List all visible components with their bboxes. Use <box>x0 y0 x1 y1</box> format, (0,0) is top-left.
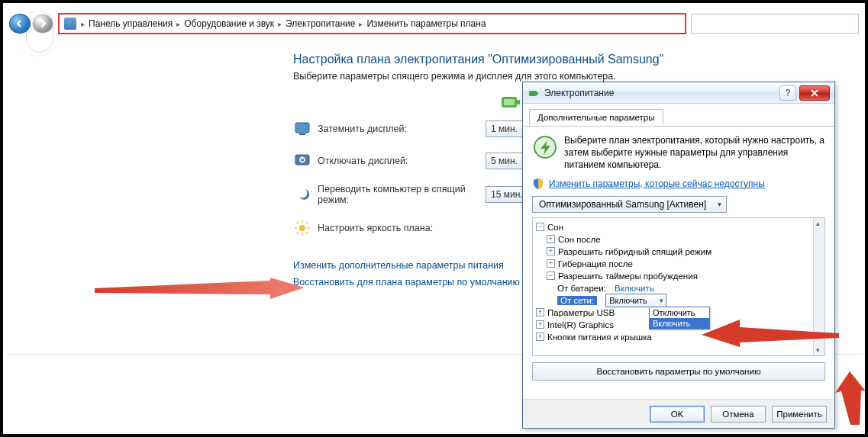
tree-item[interactable]: Кнопки питания и крышка <box>547 333 652 342</box>
svg-rect-3 <box>295 123 309 133</box>
tree-item[interactable]: Сон <box>547 223 563 232</box>
scrollbar[interactable] <box>813 218 824 355</box>
svg-rect-1 <box>517 100 520 104</box>
svg-line-13 <box>297 223 298 224</box>
uac-shield-icon <box>532 178 544 190</box>
chevron-right-icon: ▸ <box>175 20 182 28</box>
page-title: Настройка плана электропитания "Оптимизи… <box>293 53 850 66</box>
close-button[interactable] <box>799 85 830 101</box>
svg-rect-2 <box>504 99 515 105</box>
svg-rect-18 <box>537 92 538 95</box>
dialog-titlebar[interactable]: Электропитание ? <box>523 82 834 104</box>
chevron-right-icon: ▸ <box>357 20 364 28</box>
on-battery-label: От батареи: <box>557 284 606 293</box>
svg-rect-5 <box>295 155 309 165</box>
breadcrumb-item[interactable]: Изменить параметры плана <box>364 18 488 29</box>
annotation-arrow <box>95 278 308 308</box>
expand-icon[interactable]: + <box>547 259 555 268</box>
breadcrumb-item[interactable]: Панель управления <box>86 18 175 29</box>
dialog-body: Выберите план электропитания, который ну… <box>523 127 834 401</box>
unavailable-params-link[interactable]: Изменить параметры, которые сейчас недос… <box>549 178 765 189</box>
power-plan-icon <box>532 134 558 160</box>
row-label: Затемнить дисплей: <box>318 124 486 134</box>
power-options-dialog: Электропитание ? Дополнительные параметр… <box>522 82 835 429</box>
dialog-footer: OK Отмена Применить <box>523 399 834 428</box>
collapse-icon[interactable]: − <box>547 272 555 280</box>
breadcrumb-item[interactable]: Электропитание <box>283 18 357 29</box>
dim-display-icon <box>293 120 311 138</box>
tree-item[interactable]: Intel(R) Graphics <box>547 320 614 329</box>
back-button[interactable] <box>9 14 31 34</box>
tree-item[interactable]: Гибернация после <box>558 259 633 268</box>
brightness-icon <box>293 219 311 237</box>
svg-line-16 <box>307 223 308 224</box>
page-subtitle: Выберите параметры спящего режима и дисп… <box>293 71 850 82</box>
on-ac-dropdown[interactable]: Отключить Включить <box>649 307 710 329</box>
svg-point-8 <box>299 225 305 231</box>
plan-select[interactable]: Оптимизированный Samsung [Активен] <box>532 196 727 213</box>
apply-button[interactable]: Применить <box>772 406 827 423</box>
expand-icon[interactable]: + <box>547 247 555 255</box>
tree-item[interactable]: Разрешить таймеры пробуждения <box>558 272 698 281</box>
svg-rect-17 <box>529 91 537 96</box>
control-panel-icon <box>64 18 76 30</box>
dialog-title: Электропитание <box>544 88 779 98</box>
on-ac-label[interactable]: От сети: <box>557 296 597 305</box>
on-battery-value[interactable]: Включить <box>615 284 654 293</box>
chevron-right-icon: ▸ <box>79 20 86 28</box>
row-label: Настроить яркость плана: <box>318 223 486 233</box>
svg-marker-20 <box>95 278 305 299</box>
on-ac-combo[interactable]: Включить <box>605 294 666 307</box>
search-input[interactable] <box>691 14 859 34</box>
row-label: Отключать дисплей: <box>318 156 486 166</box>
dialog-description: Выберите план электропитания, который ну… <box>564 134 825 172</box>
svg-rect-4 <box>299 133 305 135</box>
forward-button[interactable] <box>32 14 53 34</box>
sleep-icon <box>293 185 311 204</box>
svg-line-15 <box>297 233 298 234</box>
tab-advanced[interactable]: Дополнительные параметры <box>529 109 663 126</box>
collapse-icon[interactable]: − <box>536 223 544 231</box>
svg-line-14 <box>307 233 308 234</box>
dropdown-option[interactable]: Отключить <box>650 307 709 318</box>
breadcrumb-item[interactable]: Оборудование и звук <box>182 18 276 29</box>
cancel-button[interactable]: Отмена <box>711 406 766 423</box>
breadcrumb[interactable]: ▸ Панель управления ▸ Оборудование и зву… <box>58 13 686 34</box>
battery-icon <box>499 91 522 114</box>
chevron-right-icon: ▸ <box>276 20 283 28</box>
tree-item[interactable]: Разрешить гибридный спящий режим <box>558 247 712 256</box>
ok-button[interactable]: OK <box>650 406 705 423</box>
settings-tree[interactable]: −Сон +Сон после +Разрешить гибридный спя… <box>532 217 825 356</box>
expand-icon[interactable]: + <box>536 320 544 329</box>
power-icon <box>528 87 540 99</box>
navbar: ▸ Панель управления ▸ Оборудование и зву… <box>9 13 859 34</box>
row-label: Переводить компьютер в спящий режим: <box>318 184 486 205</box>
restore-defaults-button[interactable]: Восстановить параметры по умолчанию <box>532 362 825 381</box>
expand-icon[interactable]: + <box>536 333 544 341</box>
tab-bar: Дополнительные параметры <box>523 104 834 127</box>
display-off-icon <box>293 152 311 170</box>
tree-item[interactable]: Параметры USB <box>547 308 615 317</box>
expand-icon[interactable]: + <box>536 308 544 317</box>
tree-item[interactable]: Сон после <box>558 235 601 244</box>
expand-icon[interactable]: + <box>547 235 555 243</box>
dropdown-option[interactable]: Включить <box>650 318 709 329</box>
help-button[interactable]: ? <box>779 85 796 101</box>
